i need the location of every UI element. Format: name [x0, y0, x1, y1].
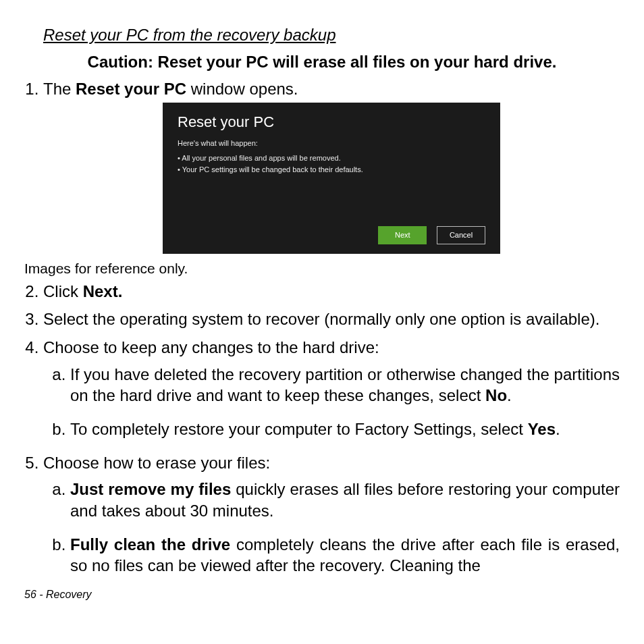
steps-list-cont: Click Next. Select the operating system …: [24, 281, 620, 576]
step-3: Select the operating system to recover (…: [43, 308, 620, 330]
step-5b-bold: Fully clean the drive: [70, 535, 230, 554]
steps-list: The Reset your PC window opens. Reset yo…: [24, 78, 620, 254]
step-4: Choose to keep any changes to the hard d…: [43, 337, 620, 440]
screenshot-container: Reset your PC Here's what will happen: •…: [43, 103, 620, 254]
next-button[interactable]: Next: [378, 226, 427, 244]
dialog-bullets: • All your personal files and apps will …: [178, 153, 485, 174]
step-4-sublist: If you have deleted the recovery partiti…: [43, 364, 620, 440]
step-4b: To completely restore your computer to F…: [70, 419, 620, 440]
step-5-sublist: Just remove my files quickly erases all …: [43, 479, 620, 576]
dialog-title: Reset your PC: [178, 112, 485, 132]
step-4-text: Choose to keep any changes to the hard d…: [43, 338, 379, 356]
page-footer: 56 - Recovery: [24, 589, 620, 601]
step-5: Choose how to erase your files: Just rem…: [43, 452, 620, 576]
step-5a-bold: Just remove my files: [70, 480, 231, 498]
caution-text: Caution: Reset your PC will erase all fi…: [24, 53, 620, 72]
step-1-prefix: The: [43, 80, 76, 98]
dialog-intro: Here's what will happen:: [178, 138, 485, 149]
cancel-button[interactable]: Cancel: [437, 226, 485, 244]
step-4a: If you have deleted the recovery partiti…: [70, 364, 620, 406]
reset-pc-dialog: Reset your PC Here's what will happen: •…: [163, 103, 500, 254]
step-5-text: Choose how to erase your files:: [43, 454, 270, 472]
dialog-bullet-2: • Your PC settings will be changed back …: [178, 165, 485, 175]
step-1-bold: Reset your PC: [76, 80, 186, 98]
step-2-bold: Next.: [83, 282, 123, 300]
step-2-prefix: Click: [43, 282, 83, 300]
step-4a-suffix: .: [507, 386, 512, 404]
step-5a: Just remove my files quickly erases all …: [70, 479, 620, 521]
step-5b: Fully clean the drive completely cleans …: [70, 534, 620, 576]
step-4a-bold: No: [485, 386, 507, 404]
step-2: Click Next.: [43, 281, 620, 302]
image-note: Images for reference only.: [24, 261, 620, 277]
step-1-suffix: window opens.: [186, 80, 298, 98]
step-4a-text: If you have deleted the recovery partiti…: [70, 365, 620, 405]
dialog-button-row: Next Cancel: [178, 221, 485, 244]
step-4b-bold: Yes: [528, 420, 556, 438]
section-title: Reset your PC from the recovery backup: [43, 26, 620, 45]
step-4b-text: To completely restore your computer to F…: [70, 420, 528, 438]
dialog-bullet-1: • All your personal files and apps will …: [178, 153, 485, 163]
manual-page: Reset your PC from the recovery backup C…: [0, 0, 644, 614]
step-1: The Reset your PC window opens. Reset yo…: [43, 78, 620, 254]
step-4b-suffix: .: [556, 420, 560, 438]
